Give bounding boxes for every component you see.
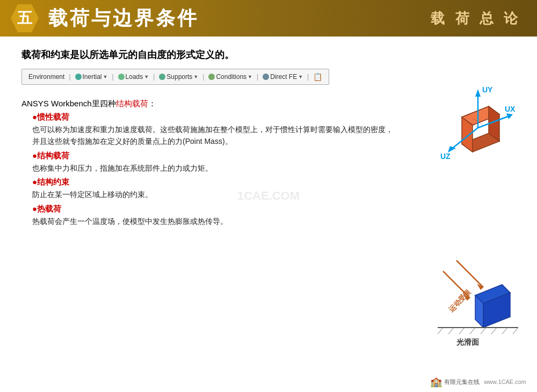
toolbar-inertial[interactable]: Inertial ▼ [73,72,110,82]
inertial-arrow: ▼ [103,74,108,79]
svg-line-22 [459,328,465,334]
toolbar-sep-2: | [112,73,113,81]
desc-inertial: 也可以称为加速度和重力加速度载荷。这些载荷施施加在整个模型上，对于惯性计算时需要… [32,124,397,148]
toolbar-directfe-label: Direct FE [270,73,297,81]
svg-marker-8 [475,89,481,97]
conditions-icon [208,74,215,80]
loads-arrow: ▼ [144,74,149,79]
toolbar-supports[interactable]: Supports ▼ [157,72,200,82]
main-content: 载荷和约束是以所选单元的自由度的形式定义的。 Environment | Ine… [0,37,537,235]
supports-arrow: ▼ [193,74,198,79]
illustration: 运动受限 光滑面 [427,242,524,349]
svg-line-25 [491,328,497,334]
page-title: 载荷与边界条件 [48,5,199,32]
toolbar-conditions-label: Conditions [216,73,246,81]
toolbar-sep-1: | [69,73,70,81]
directfe-icon [263,74,269,80]
bullet-thermal-load: ●热载荷 [32,204,516,214]
bullet-structural-load-label: ●结构载荷 [32,151,69,161]
toolbar-environment: Environment [26,72,67,82]
toolbar-extra-icon: 📋 [313,72,322,81]
toolbar-sep-6: | [307,73,309,81]
page-header: 五 载荷与边界条件 载 荷 总 论 [0,0,537,37]
toolbar-sep-4: | [202,73,204,81]
toolbar-sep-5: | [257,73,258,81]
toolbar-sep-3: | [153,73,155,81]
toolbar-directfe[interactable]: Direct FE ▼ [260,72,305,82]
section-intro-after: ： [148,99,156,108]
bullet-thermal-load-label: ●热载荷 [32,204,61,214]
toolbar-conditions[interactable]: Conditions ▼ [206,72,255,82]
loads-icon [118,74,125,80]
intro-text: 载荷和约束是以所选单元的自由度的形式定义的。 [21,48,516,61]
svg-line-24 [481,328,486,334]
desc-structural-load: 也称集中力和压力，指施加在系统部件上的力或力矩。 [32,162,397,174]
toolbar-loads-label: Loads [126,73,143,81]
section-intro-highlight: 结构载荷 [116,99,148,108]
footer-logo-area: 🏫 有限元集在线 [430,376,480,388]
desc-structural-constraint: 防止在某一特定区域上移动的约束。 [32,188,397,200]
svg-text:UX: UX [505,105,516,113]
toolbar: Environment | Inertial ▼ | Loads ▼ | Sup… [21,69,329,85]
bullet-structural-constraint: ●结构约束 [32,177,516,187]
desc-thermal-load: 热载荷会产生一个温度场，使模型中发生热膨胀或热传导。 [32,215,397,227]
footer-logo-icon: 🏫 [430,376,442,388]
toolbar-inertial-label: Inertial [83,73,102,81]
directfe-arrow: ▼ [298,74,303,79]
toolbar-extra[interactable]: 📋 [311,71,324,82]
svg-text:光滑面: 光滑面 [456,338,479,346]
page-subtitle: 载 荷 总 论 [431,9,521,28]
svg-line-20 [438,328,443,334]
inertial-icon [75,74,82,80]
bullet-structural-constraint-label: ●结构约束 [32,177,69,187]
footer-brand: 有限元集在线 [444,378,480,386]
toolbar-supports-label: Supports [166,73,192,81]
svg-text:UZ: UZ [440,152,451,161]
svg-line-21 [448,328,454,334]
svg-line-23 [470,328,475,334]
svg-text:UY: UY [482,85,493,94]
conditions-arrow: ▼ [248,74,252,79]
axis-diagram: UY UX UZ [430,79,516,165]
toolbar-loads[interactable]: Loads ▼ [116,72,151,82]
toolbar-environment-label: Environment [28,73,64,81]
footer: 🏫 有限元集在线 www.1CAE.com [430,376,526,388]
section-number: 五 [11,4,39,32]
bullet-inertial-label: ●惯性载荷 [32,112,69,122]
svg-line-26 [502,328,507,334]
section-intro-before: ANSYS Workbench里四种 [21,99,116,108]
svg-line-30 [456,260,483,287]
supports-icon [159,74,165,80]
svg-line-27 [513,328,518,334]
svg-text:运动受限: 运动受限 [447,288,473,314]
footer-url: www.1CAE.com [484,379,526,385]
